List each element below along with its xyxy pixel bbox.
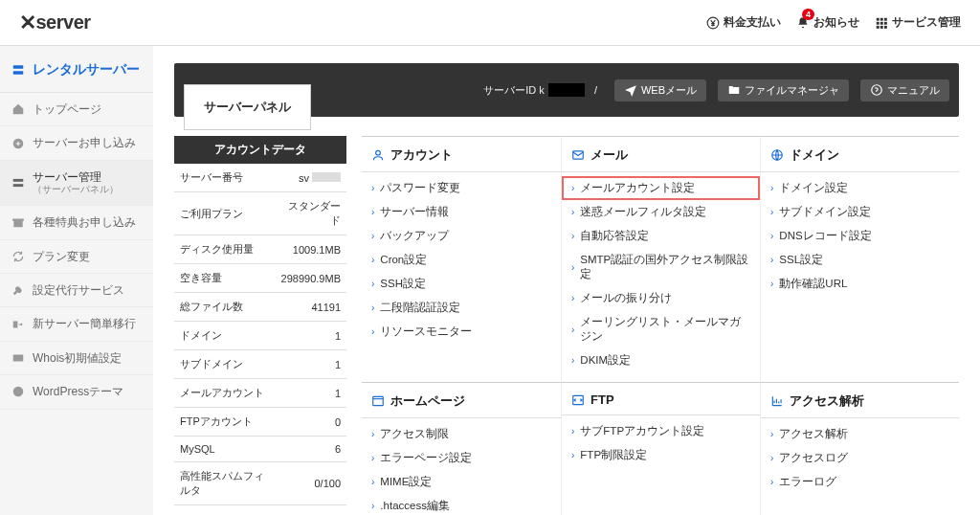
panel-item[interactable]: ›FTP制限設定 (562, 443, 760, 467)
svg-rect-4 (877, 21, 880, 24)
svg-rect-15 (13, 221, 22, 228)
panel-item[interactable]: ›エラーログ (761, 470, 959, 494)
panel-title: メール (590, 146, 628, 164)
sidebar-item-label: 設定代行サービス (33, 283, 124, 297)
panel-item[interactable]: ›メールアカウント設定 (562, 176, 760, 200)
table-row: ディスク使用量1009.1MB (174, 235, 346, 264)
table-row: メールアカウント1 (174, 379, 346, 408)
server-id-label: サーバーID k (483, 83, 545, 98)
panel-item-label: メールの振り分け (580, 291, 672, 305)
sidebar-item-proxy[interactable]: 設定代行サービス (0, 274, 153, 307)
panel-item[interactable]: ›MIME設定 (362, 470, 561, 494)
panel-globe: ドメイン›ドメイン設定›サブドメイン設定›DNSレコード設定›SSL設定›動作確… (760, 136, 959, 382)
panel-chart: アクセス解析›アクセス解析›アクセスログ›エラーログ (760, 382, 959, 515)
mail-icon (571, 148, 585, 162)
panel-item-label: サブドメイン設定 (779, 205, 871, 219)
manual-button[interactable]: マニュアル (860, 79, 949, 101)
chevron-icon: › (371, 183, 374, 193)
panel-item[interactable]: ›迷惑メールフィルタ設定 (562, 200, 760, 224)
app-header: ✕server 料金支払い 4 お知らせ サービス管理 (0, 0, 980, 46)
panel-item-label: エラーログ (779, 475, 836, 489)
panel-item[interactable]: ›自動応答設定 (562, 224, 760, 248)
panel-item[interactable]: ›.htaccess編集 (362, 494, 561, 515)
sidebar-item-wordpress[interactable]: WordPressテーマ (0, 375, 153, 409)
panel-item-label: リソースモニター (380, 325, 472, 339)
panel-item[interactable]: ›メールの振り分け (562, 286, 760, 310)
server-mgmt-icon (11, 176, 25, 190)
chevron-icon: › (770, 279, 773, 289)
sidebar-item-apply[interactable]: サーバーお申し込み (0, 126, 153, 160)
table-row: MySQL6 (174, 437, 346, 462)
chevron-icon: › (371, 326, 374, 337)
table-row: 空き容量298990.9MB (174, 264, 346, 293)
panel-item[interactable]: ›DNSレコード設定 (761, 224, 959, 248)
plane-icon (624, 83, 637, 97)
panel-header: ホームページ (362, 383, 561, 418)
main-content: サーバーパネル サーバーID k / WEBメール ファイルマネージャ マニュア… (153, 46, 980, 515)
panel-item[interactable]: ›サーバー情報 (362, 200, 561, 224)
panel-item[interactable]: ›SMTP認証の国外アクセス制限設定 (562, 248, 760, 286)
kv-value: 1 (273, 322, 346, 350)
topbar: サーバーパネル サーバーID k / WEBメール ファイルマネージャ マニュア… (174, 63, 959, 117)
panel-item[interactable]: ›ドメイン設定 (761, 176, 959, 200)
sidebar-item-label: WordPressテーマ (33, 385, 123, 398)
kv-key: MySQL (174, 437, 273, 462)
svg-point-21 (376, 150, 381, 155)
kv-key: サーバー番号 (174, 164, 273, 192)
chevron-icon: › (571, 231, 574, 241)
svg-rect-1 (877, 17, 880, 20)
kv-value: 0 (273, 408, 346, 437)
panel-item-label: SSH設定 (380, 277, 426, 291)
panel-item[interactable]: ›バックアップ (362, 224, 561, 248)
pay-link[interactable]: 料金支払い (706, 14, 781, 31)
panel-item[interactable]: ›アクセス制限 (362, 422, 561, 446)
sidebar-item-label: 新サーバー簡単移行 (33, 317, 136, 330)
sidebar-item-plan[interactable]: プラン変更 (0, 240, 153, 274)
card-icon (11, 351, 25, 365)
kv-key: ドメイン (174, 322, 273, 350)
panel-item[interactable]: ›パスワード変更 (362, 176, 561, 200)
sidebar-item-top[interactable]: トップページ (0, 93, 153, 126)
panel-item-label: 動作確認URL (779, 277, 847, 291)
sidebar-item-migrate[interactable]: 新サーバー簡単移行 (0, 307, 153, 341)
webmail-button[interactable]: WEBメール (614, 79, 706, 101)
logo: ✕server (19, 11, 91, 35)
panel-item[interactable]: ›Cron設定 (362, 248, 561, 272)
sidebar-item-label: サーバーお申し込み (33, 136, 136, 149)
panel-item[interactable]: ›アクセス解析 (761, 422, 959, 446)
kv-key: サブドメイン (174, 350, 273, 379)
refresh-icon (11, 250, 25, 263)
panel-item-label: サーバー情報 (380, 205, 449, 219)
globe-icon (770, 148, 784, 162)
kv-value: 1009.1MB (273, 235, 346, 264)
panel-item[interactable]: ›二段階認証設定 (362, 296, 561, 320)
panel-item[interactable]: ›メーリングリスト・メールマガジン (562, 310, 760, 348)
panel-item[interactable]: ›サブドメイン設定 (761, 200, 959, 224)
kv-key: ディスク使用量 (174, 235, 273, 264)
svg-rect-14 (13, 184, 24, 187)
panel-item[interactable]: ›SSH設定 (362, 272, 561, 296)
chevron-icon: › (770, 453, 773, 463)
panel-item[interactable]: ›DKIM設定 (562, 348, 760, 372)
kv-value: sv (273, 164, 346, 192)
panel-item-label: FTP制限設定 (580, 448, 647, 462)
sidebar-item-whois[interactable]: Whois初期値設定 (0, 342, 153, 375)
sidebar-title[interactable]: レンタルサーバー (0, 50, 153, 93)
news-link[interactable]: 4 お知らせ (796, 14, 859, 31)
chevron-icon: › (371, 279, 374, 289)
panel-item[interactable]: ›エラーページ設定 (362, 446, 561, 470)
svg-rect-13 (13, 179, 24, 182)
sidebar-item-manage[interactable]: サーバー管理（サーバーパネル） (0, 161, 153, 206)
filemgr-button[interactable]: ファイルマネージャ (718, 79, 849, 101)
panel-item[interactable]: ›アクセスログ (761, 446, 959, 470)
panel-item[interactable]: ›SSL設定 (761, 248, 959, 272)
panel-item[interactable]: ›動作確認URL (761, 272, 959, 296)
table-row: サーバー番号sv (174, 164, 346, 192)
service-link[interactable]: サービス管理 (875, 14, 961, 31)
chevron-icon: › (371, 302, 374, 313)
sidebar-item-perks[interactable]: 各種特典お申し込み (0, 206, 153, 239)
wordpress-icon (11, 385, 25, 398)
panel-item[interactable]: ›サブFTPアカウント設定 (562, 419, 760, 443)
panel-item[interactable]: ›リソースモニター (362, 320, 561, 344)
chevron-icon: › (571, 293, 574, 303)
